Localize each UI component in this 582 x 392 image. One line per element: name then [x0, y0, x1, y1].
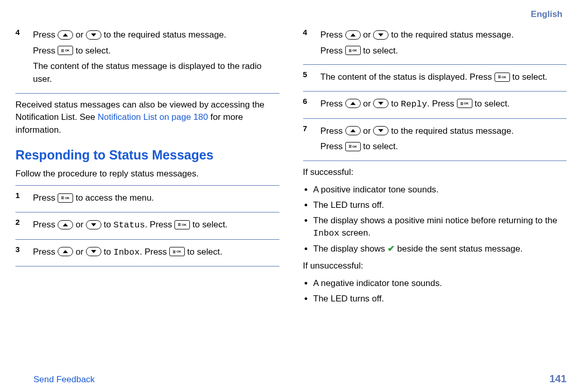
up-arrow-icon: [345, 30, 361, 40]
text: The display shows a positive mini notice…: [313, 216, 557, 225]
text: Press: [321, 141, 343, 151]
mono-inbox: Inbox: [313, 228, 340, 238]
list-item: The LED turns off.: [313, 199, 567, 212]
text: to access the menu.: [76, 193, 154, 203]
menu-ok-icon: OK: [495, 73, 510, 82]
text: . Press: [139, 247, 167, 257]
svg-marker-6: [350, 33, 356, 37]
if-successful-label: If successful:: [303, 166, 567, 179]
menu-ok-icon: OK: [457, 99, 472, 108]
svg-marker-0: [63, 33, 68, 37]
text: The display shows: [313, 244, 388, 254]
text: or: [76, 30, 83, 40]
left-step-4: 4 Press or to the required status messag…: [15, 23, 279, 93]
step-number: 4: [303, 26, 321, 60]
text: to select.: [474, 99, 509, 109]
page-number: 141: [550, 373, 567, 385]
menu-ok-icon: OK: [58, 46, 73, 55]
menu-ok-icon: OK: [345, 142, 361, 151]
text: Press: [33, 30, 55, 40]
svg-marker-4: [63, 250, 68, 253]
mono-status: Status: [113, 220, 145, 230]
fail-list: A negative indicator tone sounds. The LE…: [303, 277, 567, 305]
text: Press: [321, 99, 343, 109]
text: or: [76, 247, 83, 257]
send-feedback-link[interactable]: Send Feedback: [15, 375, 95, 385]
step-divider: [15, 266, 279, 266]
success-list: A positive indicator tone sounds. The LE…: [303, 184, 567, 255]
down-arrow-icon: [86, 220, 101, 229]
mono-inbox: Inbox: [113, 247, 139, 257]
svg-marker-10: [350, 129, 356, 132]
svg-marker-7: [378, 33, 383, 37]
up-arrow-icon: [345, 99, 361, 108]
column-right: 4 Press or to the required status messag…: [303, 23, 567, 310]
left-step-1: 1 Press OK to access the menu.: [15, 185, 279, 212]
list-item: A negative indicator tone sounds.: [313, 277, 567, 290]
menu-ok-icon: OK: [169, 247, 185, 256]
svg-marker-11: [378, 129, 383, 132]
step-body: Press or to the required status message.…: [33, 26, 279, 89]
down-arrow-icon: [86, 247, 101, 256]
text: to the required status message.: [104, 30, 226, 40]
if-unsuccessful-label: If unsuccessful:: [303, 260, 567, 273]
left-step-2: 2 Press or to Status. Press OK to select…: [15, 212, 279, 239]
text: to select.: [363, 141, 398, 151]
step-body: Press or to Status. Press OK to select.: [33, 216, 279, 235]
right-step-5: 5 The content of the status is displayed…: [303, 64, 567, 91]
text: to select.: [513, 72, 548, 82]
step-number: 6: [303, 95, 321, 114]
right-step-4: 4 Press or to the required status messag…: [303, 23, 567, 64]
header-language: English: [15, 9, 567, 23]
text: to the required status message.: [391, 30, 514, 40]
text: Press: [321, 46, 343, 56]
down-arrow-icon: [373, 126, 389, 135]
svg-marker-1: [91, 33, 96, 37]
down-arrow-icon: [86, 30, 101, 40]
text: to the required status message.: [391, 126, 514, 136]
text: Press: [321, 30, 343, 40]
step-body: Press OK to access the menu.: [33, 189, 279, 208]
step-number: 2: [15, 216, 33, 235]
text: or: [363, 99, 371, 109]
text: . Press: [427, 99, 454, 109]
content-columns: 4 Press or to the required status messag…: [15, 23, 567, 310]
page-footer: Send Feedback 141: [15, 373, 567, 385]
text: to select.: [76, 46, 111, 56]
text: The content of the status is displayed. …: [321, 72, 492, 82]
text: Press: [33, 193, 55, 203]
up-arrow-icon: [58, 30, 73, 40]
svg-marker-3: [91, 223, 96, 226]
text: screen.: [340, 228, 371, 238]
text: Press: [33, 220, 55, 229]
text: or: [76, 220, 83, 229]
step-number: 1: [15, 189, 33, 208]
step-body: The content of the status is displayed. …: [321, 68, 567, 87]
svg-marker-8: [350, 102, 356, 105]
mono-reply: Reply: [401, 99, 427, 109]
document-page: English 4 Press or to the required statu…: [0, 0, 582, 392]
text: or: [363, 30, 371, 40]
step-number: 7: [303, 122, 321, 156]
text: to: [391, 99, 398, 109]
right-step-6: 6 Press or to Reply. Press OK to select.: [303, 91, 567, 118]
step-divider: [15, 93, 279, 94]
text: . Press: [145, 220, 172, 229]
menu-ok-icon: OK: [174, 220, 190, 229]
text: Press: [33, 46, 55, 56]
checkmark-icon: ✔: [387, 244, 395, 254]
step-body: Press or to Inbox. Press OK to select.: [33, 243, 279, 262]
step-number: 4: [15, 26, 33, 89]
list-item: The display shows ✔ beside the sent stat…: [313, 243, 567, 256]
list-item: A positive indicator tone sounds.: [313, 184, 567, 197]
section-intro: Follow the procedure to reply status mes…: [15, 168, 279, 181]
down-arrow-icon: [373, 99, 389, 108]
notification-list-link[interactable]: Notification List on page 180: [98, 112, 208, 122]
section-heading: Responding to Status Messages: [15, 146, 279, 164]
up-arrow-icon: [345, 126, 361, 135]
left-step-3: 3 Press or to Inbox. Press OK to select.: [15, 239, 279, 266]
svg-marker-2: [63, 223, 68, 226]
text: beside the sent status message.: [395, 244, 523, 254]
text: Press: [321, 126, 343, 136]
up-arrow-icon: [58, 247, 73, 256]
